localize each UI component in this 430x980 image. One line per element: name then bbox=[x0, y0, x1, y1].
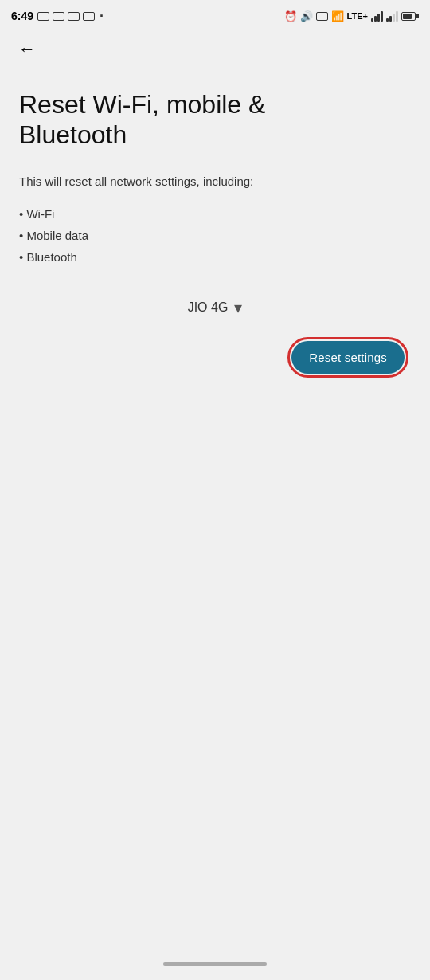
bullet-bluetooth: • Bluetooth bbox=[19, 246, 77, 268]
reset-settings-button[interactable]: Reset settings bbox=[291, 341, 405, 374]
signal-bar-3 bbox=[377, 14, 380, 22]
bullet-wifi: • Wi-Fi bbox=[19, 203, 54, 225]
signal-bar-1 bbox=[371, 18, 373, 22]
toolbar: ← bbox=[0, 29, 430, 70]
bullet-item-bluetooth: • Bluetooth bbox=[19, 246, 411, 268]
signal-bar-6 bbox=[389, 16, 392, 22]
signal-bar-2 bbox=[374, 16, 377, 22]
notif-icon-3 bbox=[68, 12, 80, 21]
battery-body bbox=[401, 12, 416, 21]
button-row: Reset settings bbox=[19, 341, 411, 374]
signal-bar-5 bbox=[386, 18, 389, 22]
notif-icon-4 bbox=[83, 12, 95, 21]
signal-bar-8 bbox=[396, 11, 398, 22]
notif-icon-2 bbox=[53, 12, 64, 21]
description-text: This will reset all network settings, in… bbox=[19, 173, 411, 191]
status-bar: 6:49 · ⏰ 🔊 📶 LTE+ bbox=[0, 0, 430, 29]
network-dropdown[interactable]: JIO 4G ▾ bbox=[178, 293, 252, 322]
page-title-text: Reset Wi-Fi, mobile & Bluetooth bbox=[19, 90, 265, 149]
status-bar-right: ⏰ 🔊 📶 LTE+ bbox=[284, 10, 419, 22]
dot-icon: · bbox=[100, 8, 104, 25]
signal-bars-2 bbox=[386, 11, 398, 22]
dropdown-label: JIO 4G bbox=[188, 300, 229, 315]
back-button[interactable]: ← bbox=[13, 35, 41, 64]
home-indicator bbox=[163, 962, 267, 966]
lte-label: LTE+ bbox=[347, 11, 368, 21]
status-time: 6:49 bbox=[11, 10, 33, 22]
page-title: Reset Wi-Fi, mobile & Bluetooth bbox=[19, 89, 411, 151]
volume-icon: 🔊 bbox=[300, 10, 313, 22]
status-icons-notification: · bbox=[37, 8, 104, 25]
signal-bars bbox=[371, 11, 383, 22]
alarm-icon: ⏰ bbox=[284, 10, 297, 22]
bullet-item-mobile: • Mobile data bbox=[19, 225, 411, 246]
data-icon bbox=[316, 12, 328, 21]
battery-fill bbox=[403, 14, 412, 19]
bullet-item-wifi: • Wi-Fi bbox=[19, 203, 411, 225]
network-dropdown-row: JIO 4G ▾ bbox=[19, 293, 411, 322]
main-content: Reset Wi-Fi, mobile & Bluetooth This wil… bbox=[0, 70, 430, 393]
battery-tip bbox=[416, 14, 419, 18]
signal-bar-4 bbox=[381, 11, 383, 22]
status-bar-left: 6:49 · bbox=[11, 8, 104, 25]
battery-icon bbox=[401, 12, 419, 21]
signal-bar-7 bbox=[393, 14, 395, 22]
bullet-mobile: • Mobile data bbox=[19, 225, 88, 246]
dropdown-arrow-icon: ▾ bbox=[234, 298, 242, 317]
back-arrow-icon: ← bbox=[18, 41, 36, 58]
notif-icon-1 bbox=[37, 12, 49, 21]
bullet-list: • Wi-Fi • Mobile data • Bluetooth bbox=[19, 203, 411, 268]
wifi-icon: 📶 bbox=[331, 10, 344, 22]
